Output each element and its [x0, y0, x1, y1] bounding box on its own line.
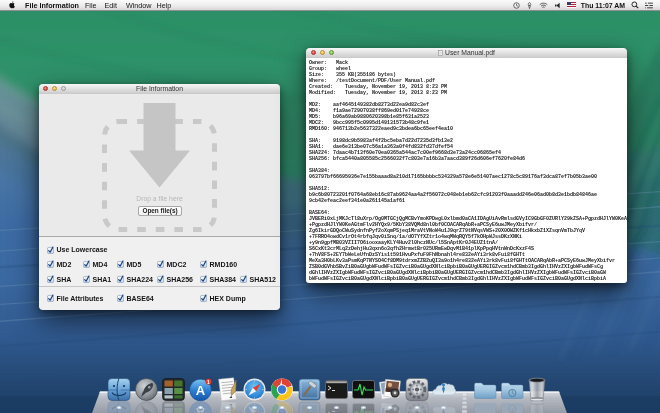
- svg-text:1: 1: [207, 379, 210, 385]
- svg-text:A: A: [196, 383, 206, 398]
